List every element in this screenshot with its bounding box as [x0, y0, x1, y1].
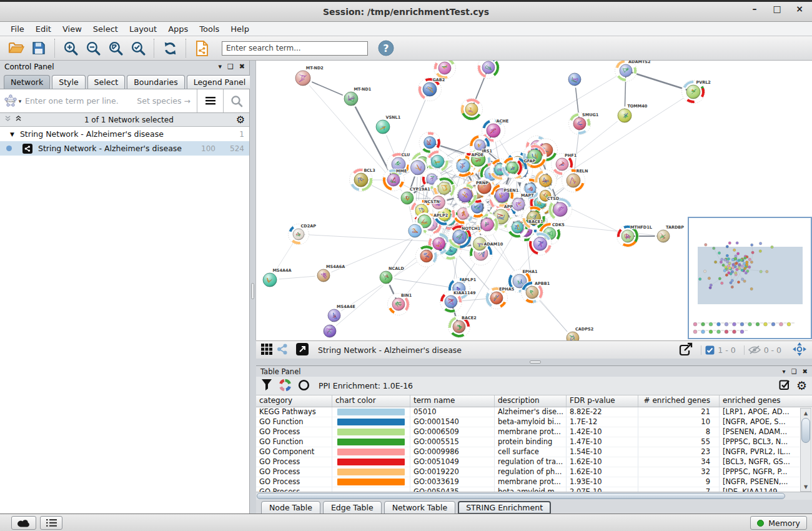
- enrichment-table-row[interactable]: GO ProcessGO:0050435beta-amyloid m...2.0…: [256, 487, 812, 492]
- column-header-chart-color[interactable]: chart color: [332, 395, 410, 407]
- network-node-smug1[interactable]: [573, 117, 586, 130]
- enrichment-table-row[interactable]: GO FunctionGO:0005515protein binding1.47…: [256, 437, 812, 447]
- network-options-gear-icon[interactable]: ⚙: [236, 114, 245, 126]
- memory-button[interactable]: Memory: [750, 516, 807, 530]
- splitter-grip[interactable]: [530, 360, 541, 364]
- network-view[interactable]: MT-ND2MT-ND1VSNL1GAB2ADAMTS2PVRL2TOMM40S…: [256, 61, 812, 340]
- zoom-selected-icon[interactable]: [127, 38, 149, 58]
- panel-menu-icon[interactable]: ▾: [783, 369, 786, 375]
- network-node[interactable]: [438, 182, 450, 194]
- scrollbar-thumb[interactable]: [801, 418, 810, 443]
- help-icon[interactable]: ?: [378, 40, 394, 56]
- cloud-tasks-button[interactable]: [11, 516, 36, 530]
- splitter-grip[interactable]: [251, 283, 254, 299]
- navigate-crosshair-icon[interactable]: [792, 342, 807, 359]
- network-node[interactable]: [324, 325, 336, 337]
- tab-node-table[interactable]: Node Table: [261, 501, 320, 514]
- zoom-in-icon[interactable]: [59, 38, 82, 58]
- close-panel-icon[interactable]: ✖: [239, 64, 245, 70]
- horizontal-scrollbar[interactable]: [256, 492, 812, 500]
- column-header--enriched-genes[interactable]: # enriched genes: [638, 395, 720, 407]
- hidden-nodes-badge[interactable]: 0 - 0: [744, 345, 785, 355]
- network-node[interactable]: [433, 237, 445, 250]
- menu-select[interactable]: Select: [87, 23, 124, 35]
- float-panel-icon[interactable]: ❑: [791, 369, 797, 375]
- set-species-hint[interactable]: Set species →: [137, 96, 191, 106]
- network-tree-row[interactable]: ▼String Network - Alzheimer's disease1: [0, 127, 249, 141]
- open-session-icon[interactable]: [5, 38, 27, 58]
- tab-style[interactable]: Style: [52, 75, 85, 89]
- network-node[interactable]: [457, 159, 470, 172]
- scroll-up-arrow[interactable]: ▲: [801, 409, 811, 417]
- maximize-button[interactable]: □: [772, 4, 782, 14]
- network-node[interactable]: [507, 162, 518, 173]
- string-query-input[interactable]: [25, 96, 137, 106]
- network-node[interactable]: [533, 237, 547, 251]
- network-node-apbb1[interactable]: [526, 286, 538, 299]
- task-history-button[interactable]: [40, 516, 62, 530]
- tab-boundaries[interactable]: Boundaries: [127, 75, 184, 89]
- filter-icon[interactable]: [261, 379, 272, 393]
- close-button[interactable]: ×: [795, 4, 805, 14]
- network-node-mt-nd2[interactable]: [295, 71, 310, 86]
- enrichment-settings-gear-icon[interactable]: ⚙: [796, 380, 807, 392]
- close-panel-icon[interactable]: ✖: [803, 369, 808, 375]
- share-network-icon[interactable]: [277, 344, 288, 357]
- tab-string-enrichment[interactable]: STRING Enrichment: [458, 501, 551, 514]
- menu-edit[interactable]: Edit: [30, 23, 57, 35]
- enrichment-table-row[interactable]: KEGG Pathways05010Alzheimer's dise...8.8…: [256, 407, 812, 417]
- network-node-ms4a4e[interactable]: [328, 309, 340, 322]
- network-node-cyp19a1[interactable]: [401, 192, 413, 204]
- network-tree-row[interactable]: String Network - Alzheimer's disease1005…: [0, 141, 249, 156]
- float-panel-icon[interactable]: ❑: [227, 64, 234, 70]
- network-node[interactable]: [410, 161, 425, 175]
- scroll-down-arrow[interactable]: ▼: [801, 482, 811, 491]
- selected-nodes-badge[interactable]: 1 - 0: [701, 345, 739, 355]
- expand-all-icon[interactable]: [15, 115, 22, 124]
- import-network-icon[interactable]: [191, 38, 213, 58]
- network-node-pvrl2[interactable]: [686, 85, 700, 99]
- menu-view[interactable]: View: [57, 23, 87, 35]
- network-node[interactable]: [431, 155, 443, 167]
- zoom-fit-icon[interactable]: [104, 38, 127, 58]
- enrichment-table-row[interactable]: GO ProcessGO:0019220regulation of ph...1…: [256, 467, 812, 477]
- search-input[interactable]: [222, 41, 368, 56]
- enrichment-table-row[interactable]: GO ProcessGO:0033619membrane prot...1.93…: [256, 477, 812, 487]
- tab-network[interactable]: Network: [4, 75, 50, 89]
- menu-help[interactable]: Help: [225, 23, 255, 35]
- enrichment-table-row[interactable]: GO ComponentGO:0009986cell surface1.54E-…: [256, 447, 812, 457]
- enrichment-table-row[interactable]: GO FunctionGO:0001540beta-amyloid bi...1…: [256, 417, 812, 427]
- minimize-button[interactable]: –: [750, 4, 760, 14]
- tab-network-table[interactable]: Network Table: [384, 501, 456, 514]
- chart-settings-icon[interactable]: [279, 379, 292, 394]
- menu-apps[interactable]: Apps: [162, 23, 194, 35]
- column-header-enriched-genes[interactable]: enriched genes: [720, 395, 800, 407]
- enrichment-table-row[interactable]: GO ProcessGO:0051049regulation of tra...…: [256, 457, 812, 467]
- network-node[interactable]: [420, 250, 433, 262]
- network-node-kiaa1149[interactable]: [445, 295, 457, 308]
- network-node-bin1[interactable]: [392, 298, 405, 310]
- enrichment-table-row[interactable]: GO ProcessGO:0006509membrane prot...1.42…: [256, 427, 812, 437]
- string-search-icon[interactable]: [223, 89, 249, 112]
- zoom-out-icon[interactable]: [82, 38, 104, 58]
- column-header-description[interactable]: description: [495, 395, 567, 407]
- horizontal-splitter[interactable]: [256, 359, 812, 365]
- network-node[interactable]: [465, 103, 478, 116]
- network-node-ms4a4a[interactable]: [263, 273, 277, 287]
- tab-edge-table[interactable]: Edge Table: [323, 501, 382, 514]
- clear-chart-icon[interactable]: [298, 379, 310, 393]
- vertical-splitter[interactable]: [250, 61, 256, 340]
- select-terms-icon[interactable]: [779, 379, 790, 392]
- string-options-menu-icon[interactable]: [197, 89, 223, 112]
- panel-menu-icon[interactable]: ▾: [218, 64, 222, 70]
- collapse-triangle-icon[interactable]: ▼: [10, 131, 14, 137]
- birds-eye-canvas[interactable]: [689, 218, 811, 338]
- export-network-icon[interactable]: [678, 342, 694, 359]
- tab-select[interactable]: Select: [87, 75, 126, 89]
- menu-tools[interactable]: Tools: [194, 23, 225, 35]
- network-node-tomm40[interactable]: [618, 109, 631, 122]
- string-logo-icon[interactable]: STRING ▾: [0, 94, 25, 108]
- column-header-fdr-p-value[interactable]: FDR p-value: [567, 395, 638, 407]
- refresh-layout-icon[interactable]: [159, 38, 181, 58]
- column-header-category[interactable]: category: [256, 395, 332, 407]
